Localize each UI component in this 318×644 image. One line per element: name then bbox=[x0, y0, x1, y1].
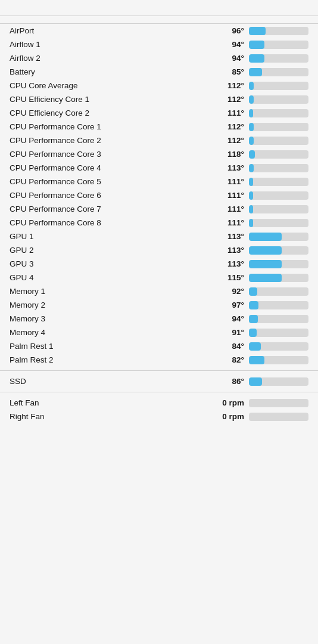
sensor-value: 111° bbox=[216, 218, 244, 227]
sensor-row: CPU Performance Core 7111° bbox=[0, 202, 318, 216]
sensor-name: CPU Performance Core 6 bbox=[10, 191, 201, 200]
sensor-value: 112° bbox=[216, 122, 244, 131]
sensor-right: 111° bbox=[201, 177, 308, 186]
bar-container bbox=[249, 377, 308, 386]
bar-container bbox=[249, 150, 308, 159]
sensor-right: 112° bbox=[201, 95, 308, 104]
bar-fill bbox=[249, 233, 282, 241]
sensor-name: Memory 1 bbox=[10, 287, 201, 296]
sensor-right: 111° bbox=[201, 109, 308, 117]
sensor-right: 112° bbox=[201, 81, 308, 90]
bar-fill bbox=[249, 329, 257, 337]
sensor-right: 92° bbox=[201, 287, 308, 296]
sensor-row: Memory 192° bbox=[0, 284, 318, 298]
sensor-row: CPU Performance Core 4113° bbox=[0, 161, 318, 175]
sensor-right: 82° bbox=[201, 355, 308, 364]
sensor-name: AirPort bbox=[10, 26, 201, 35]
bar-container bbox=[249, 164, 308, 172]
sensor-row: Memory 394° bbox=[0, 312, 318, 326]
bar-container bbox=[249, 342, 308, 351]
bar-fill bbox=[249, 274, 282, 282]
sensor-name: Airflow 2 bbox=[10, 54, 201, 63]
sensor-row: Battery85° bbox=[0, 65, 318, 79]
bar-container bbox=[249, 233, 308, 241]
sensor-right: 84° bbox=[201, 342, 308, 351]
bar-container bbox=[249, 41, 308, 49]
bar-fill bbox=[249, 205, 253, 213]
sensor-value: 111° bbox=[216, 109, 244, 117]
sensor-value: 86° bbox=[216, 377, 244, 386]
bar-container bbox=[249, 54, 308, 63]
sensor-row: Airflow 294° bbox=[0, 51, 318, 65]
sensor-right: 97° bbox=[201, 301, 308, 309]
sensor-right: 113° bbox=[201, 259, 308, 268]
bar-container bbox=[249, 260, 308, 268]
sensor-row: GPU 4115° bbox=[0, 271, 318, 284]
sensor-row: GPU 1113° bbox=[0, 230, 318, 243]
sensor-name: Left Fan bbox=[10, 398, 201, 407]
sensor-row: CPU Performance Core 1112° bbox=[0, 120, 318, 134]
sensor-right: 113° bbox=[201, 232, 308, 241]
bar-fill bbox=[249, 260, 282, 268]
sensor-row: Palm Rest 184° bbox=[0, 339, 318, 353]
sensor-value: 94° bbox=[216, 40, 244, 49]
bar-fill bbox=[249, 315, 258, 323]
bar-container bbox=[249, 123, 308, 131]
bar-fill bbox=[249, 54, 264, 63]
sensor-row: SSD86° bbox=[0, 374, 318, 388]
sensor-value: 91° bbox=[216, 328, 244, 337]
bar-fill bbox=[249, 301, 258, 309]
sensor-name: CPU Efficiency Core 1 bbox=[10, 95, 201, 104]
bar-container bbox=[249, 356, 308, 364]
sensor-value: 85° bbox=[216, 67, 244, 76]
fan-list: Left Fan0 rpmRight Fan0 rpm bbox=[0, 396, 318, 423]
sensor-row: Memory 297° bbox=[0, 298, 318, 312]
sensor-right: 85° bbox=[201, 67, 308, 76]
sensor-name: Right Fan bbox=[10, 412, 201, 421]
sensor-right: 91° bbox=[201, 328, 308, 337]
sensor-row: Right Fan0 rpm bbox=[0, 410, 318, 423]
sensor-name: GPU 4 bbox=[10, 273, 201, 282]
bar-fill bbox=[249, 41, 264, 49]
sensor-name: CPU Core Average bbox=[10, 81, 201, 90]
bar-fill bbox=[249, 178, 253, 186]
bar-container bbox=[249, 413, 308, 421]
sensor-right: 0 rpm bbox=[201, 412, 308, 421]
sensor-name: CPU Performance Core 3 bbox=[10, 150, 201, 159]
sensor-row: CPU Performance Core 2112° bbox=[0, 134, 318, 147]
sensor-name: Airflow 1 bbox=[10, 40, 201, 49]
sensor-row: CPU Performance Core 6111° bbox=[0, 188, 318, 202]
sensor-row: CPU Efficiency Core 2111° bbox=[0, 106, 318, 120]
bar-container bbox=[249, 399, 308, 407]
bar-fill bbox=[249, 95, 254, 104]
sensor-value: 94° bbox=[216, 314, 244, 323]
divider-fans bbox=[0, 392, 318, 392]
bar-fill bbox=[249, 123, 254, 131]
bar-container bbox=[249, 219, 308, 227]
sensor-row: Airflow 194° bbox=[0, 38, 318, 51]
sensor-name: Memory 3 bbox=[10, 314, 201, 323]
sensor-value: 113° bbox=[216, 163, 244, 172]
sensor-right: 86° bbox=[201, 377, 308, 386]
sensor-name: CPU Performance Core 2 bbox=[10, 136, 201, 145]
bar-container bbox=[249, 246, 308, 255]
bar-container bbox=[249, 205, 308, 213]
sensor-name: CPU Performance Core 4 bbox=[10, 163, 201, 172]
sensor-value: 111° bbox=[216, 191, 244, 200]
sensor-name: GPU 3 bbox=[10, 259, 201, 268]
sensor-row: CPU Core Average112° bbox=[0, 79, 318, 92]
sensor-name: CPU Performance Core 5 bbox=[10, 177, 201, 186]
sensor-value: 0 rpm bbox=[216, 412, 244, 421]
sensor-value: 112° bbox=[216, 136, 244, 145]
sensor-value: 92° bbox=[216, 287, 244, 296]
bar-container bbox=[249, 287, 308, 296]
sensor-row: Left Fan0 rpm bbox=[0, 396, 318, 410]
sensor-name: Memory 2 bbox=[10, 301, 201, 309]
sensor-list: AirPort96°Airflow 194°Airflow 294°Batter… bbox=[0, 24, 318, 367]
sensor-right: 111° bbox=[201, 218, 308, 227]
sensor-right: 94° bbox=[201, 40, 308, 49]
sensor-name: CPU Performance Core 8 bbox=[10, 218, 201, 227]
bar-fill bbox=[249, 356, 264, 364]
ssd-list: SSD86° bbox=[0, 374, 318, 388]
sensor-right: 113° bbox=[201, 246, 308, 255]
